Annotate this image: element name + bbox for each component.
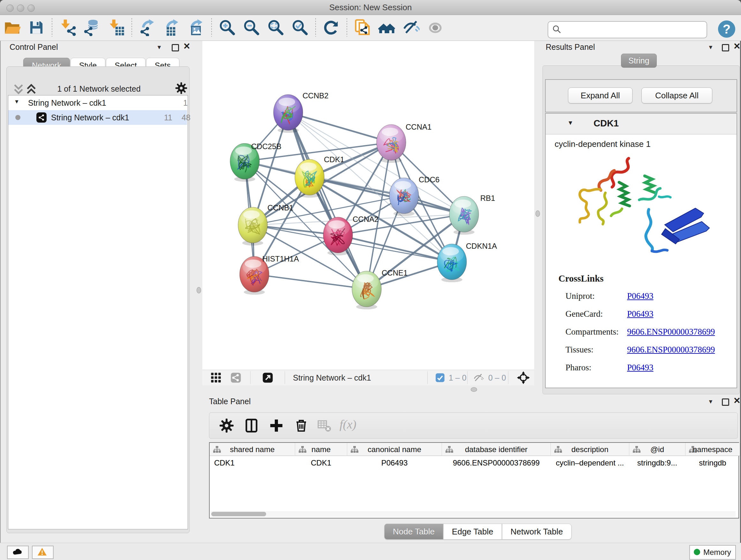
node-hist1h1a[interactable]: HIST1H1A	[240, 254, 299, 295]
home-view-button[interactable]	[376, 17, 397, 38]
import-table-button[interactable]	[106, 17, 127, 38]
table-hscroll-thumb[interactable]	[211, 512, 266, 516]
show-columns-icon[interactable]	[244, 418, 259, 433]
cloud-button[interactable]	[7, 546, 29, 559]
table-cell[interactable]: CDK1	[210, 456, 299, 473]
crosslink-link-1[interactable]: P06493	[627, 309, 654, 319]
crosslink-link-0[interactable]: P06493	[627, 291, 654, 301]
search-box[interactable]	[548, 21, 707, 38]
edge-cdk1-rb1[interactable]	[310, 177, 464, 214]
node-cdkn1a[interactable]: CDKN1A	[437, 242, 497, 282]
column-header-namespace[interactable]: namespace	[685, 443, 740, 456]
table-cell[interactable]: CDK1	[295, 456, 347, 473]
delete-table-icon[interactable]	[317, 418, 332, 433]
zoom-in-button[interactable]	[217, 17, 238, 38]
node-table[interactable]: shared namenamecanonical namedatabase id…	[209, 442, 739, 518]
collapse-all-button[interactable]: Collapse All	[642, 87, 712, 104]
show-hide-graphics-button[interactable]	[401, 17, 421, 38]
save-session-button[interactable]	[26, 17, 47, 38]
control-panel-close-icon[interactable]: ✕	[183, 43, 191, 50]
expand-all-icon[interactable]	[26, 84, 37, 95]
network-edge-count: 48	[182, 113, 191, 122]
import-database-button[interactable]	[81, 17, 103, 38]
edge-hist1h1a-ccne1[interactable]	[254, 274, 367, 289]
fit-content-icon[interactable]	[517, 371, 530, 384]
refresh-view-button[interactable]	[321, 17, 342, 38]
table-cell[interactable]: cyclin–dependent ...	[551, 456, 629, 473]
import-network-icon	[59, 19, 76, 36]
left-splitter-handle[interactable]	[197, 287, 201, 294]
bottom-splitter-handle[interactable]	[471, 387, 477, 392]
table-cell[interactable]: stringdb	[685, 456, 740, 473]
highlight-eye-button[interactable]	[425, 17, 446, 38]
node-rb1[interactable]: RB1	[449, 194, 495, 235]
selected-checkbox-icon[interactable]	[435, 373, 445, 382]
import-network-button[interactable]	[57, 17, 78, 38]
column-header-shared-name[interactable]: shared name	[210, 443, 295, 456]
node-ccna1[interactable]: CCNA1	[377, 123, 431, 163]
crosslink-link-3[interactable]: 9606.ENSP00000378699	[627, 345, 715, 355]
table-hscrollbar[interactable]	[211, 511, 736, 517]
tab-network-table[interactable]: Network Table	[502, 523, 571, 540]
birdseye-view-icon[interactable]	[211, 372, 221, 383]
delete-column-trash-icon[interactable]	[293, 418, 309, 433]
results-panel-close-icon[interactable]: ✕	[733, 43, 741, 50]
export-table-button[interactable]	[161, 17, 182, 38]
node-ccna2[interactable]: CCNA2	[323, 215, 379, 255]
export-view-icon[interactable]	[262, 372, 273, 383]
right-splitter-handle[interactable]	[536, 210, 540, 217]
node-ccne1[interactable]: CCNE1	[352, 268, 408, 309]
create-column-plus-icon[interactable]	[269, 418, 284, 433]
column-header-name[interactable]: name	[295, 443, 347, 456]
help-button[interactable]: ?	[718, 20, 735, 38]
edge-ccnb2-ccne1[interactable]	[288, 112, 367, 289]
control-panel-menu-icon[interactable]: ▼	[156, 44, 162, 51]
zoom-out-button[interactable]	[241, 17, 262, 38]
open-session-button[interactable]	[2, 17, 23, 38]
control-panel-float-icon[interactable]	[172, 44, 179, 51]
zoom-selected-button[interactable]	[289, 17, 311, 38]
column-header-canonical-name[interactable]: canonical name	[347, 443, 442, 456]
table-settings-gear-icon[interactable]	[219, 418, 234, 433]
export-image-button[interactable]	[185, 17, 206, 38]
node-ccnb2[interactable]: CCNB2	[273, 91, 328, 133]
warnings-button[interactable]	[32, 546, 54, 559]
table-cell[interactable]: stringdb:9...	[629, 456, 685, 473]
table-cell[interactable]: P06493	[347, 456, 442, 473]
network-canvas[interactable]: CCNB2CCNA1CDC25BCDK1CDC6RB1CCNB1CCNA2CDK…	[202, 41, 534, 370]
table-panel-menu-icon[interactable]: ▼	[708, 398, 714, 405]
tab-node-table[interactable]: Node Table	[384, 523, 443, 540]
collection-expand-icon[interactable]: ▼	[14, 99, 19, 105]
network-row-selected[interactable]: String Network – cdk1 11 48	[8, 110, 187, 125]
tab-edge-table[interactable]: Edge Table	[443, 523, 502, 540]
function-builder-icon[interactable]: f(x)	[340, 417, 356, 431]
table-panel-float-icon[interactable]	[722, 398, 729, 406]
table-cell[interactable]: 9606.ENSP00000378699	[442, 456, 550, 473]
collapse-all-icon[interactable]	[13, 84, 23, 95]
results-panel-float-icon[interactable]	[722, 44, 729, 51]
string-share-icon[interactable]	[230, 372, 241, 383]
column-header-database-identifier[interactable]: database identifier	[442, 443, 551, 456]
network-graph[interactable]: CCNB2CCNA1CDC25BCDK1CDC6RB1CCNB1CCNA2CDK…	[202, 41, 534, 370]
search-input[interactable]	[564, 23, 703, 36]
memory-button[interactable]: Memory	[689, 545, 736, 560]
results-panel-menu-icon[interactable]: ▼	[708, 44, 714, 51]
gene-card-header[interactable]: ▼ CDK1	[546, 114, 737, 134]
node-cdc25b[interactable]: CDC25B	[230, 142, 281, 182]
table-panel-close-icon[interactable]: ✕	[733, 397, 741, 405]
network-collection-row[interactable]: ▼ String Network – cdk1 1	[8, 96, 187, 110]
gene-collapse-icon[interactable]: ▼	[567, 119, 574, 126]
clone-network-button[interactable]	[352, 17, 373, 38]
hidden-eye-icon[interactable]	[473, 372, 484, 383]
crosslink-link-4[interactable]: P06493	[627, 363, 654, 373]
node-ccnb1[interactable]: CCNB1	[238, 203, 293, 246]
tab-string[interactable]: String	[621, 54, 657, 68]
edge-ccnb2-ccna1[interactable]	[288, 112, 391, 142]
column-header--id[interactable]: @id	[629, 443, 685, 456]
zoom-fit-button[interactable]	[265, 17, 286, 38]
column-header-description[interactable]: description	[551, 443, 629, 456]
network-options-gear-icon[interactable]	[175, 82, 188, 96]
expand-all-button[interactable]: Expand All	[568, 87, 632, 104]
export-network-button[interactable]	[137, 17, 158, 38]
crosslink-link-2[interactable]: 9606.ENSP00000378699	[627, 327, 715, 337]
